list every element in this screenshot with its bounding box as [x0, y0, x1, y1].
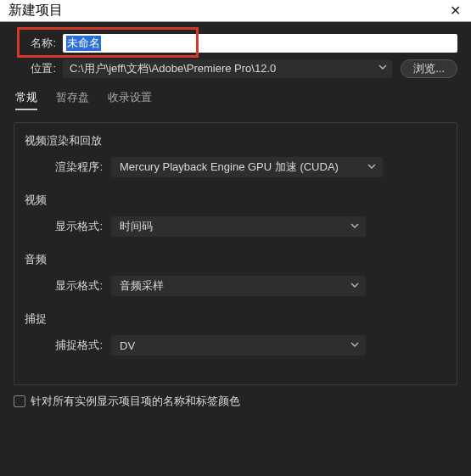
checkbox-label: 针对所有实例显示项目项的名称和标签颜色 [31, 394, 240, 409]
checkbox-box [14, 395, 25, 407]
audio-format-label: 显示格式: [25, 278, 111, 294]
name-row: 名称: 未命名 [14, 32, 457, 53]
chevron-down-icon [350, 281, 359, 289]
render-title: 视频渲染和回放 [25, 133, 446, 148]
tabs: 常规 暂存盘 收录设置 [14, 90, 457, 110]
audio-section: 音频 显示格式: 音频采样 [25, 252, 446, 296]
chevron-down-icon [350, 221, 359, 230]
capture-format-select[interactable]: DV [111, 335, 366, 356]
render-section: 视频渲染和回放 渲染程序: Mercury Playback Engine GP… [25, 133, 446, 177]
location-value: C:\用户\jeff\文档\Adobe\Premiere Pro\12.0 [70, 61, 276, 76]
renderer-select[interactable]: Mercury Playback Engine GPU 加速 (CUDA) [111, 157, 383, 177]
video-section: 视频 显示格式: 时间码 [25, 193, 446, 237]
capture-title: 捕捉 [25, 311, 446, 327]
close-icon[interactable]: ✕ [446, 3, 464, 19]
location-select[interactable]: C:\用户\jeff\文档\Adobe\Premiere Pro\12.0 [63, 59, 392, 78]
tab-scratch[interactable]: 暂存盘 [56, 90, 89, 110]
audio-format-select[interactable]: 音频采样 [111, 276, 366, 296]
general-panel: 视频渲染和回放 渲染程序: Mercury Playback Engine GP… [14, 122, 457, 385]
show-name-color-checkbox[interactable]: 针对所有实例显示项目项的名称和标签颜色 [14, 394, 457, 409]
video-format-select[interactable]: 时间码 [111, 216, 366, 237]
video-format-label: 显示格式: [25, 219, 111, 234]
capture-section: 捕捉 捕捉格式: DV [25, 311, 446, 356]
location-label: 位置: [14, 61, 63, 76]
video-format-value: 时间码 [120, 219, 153, 234]
browse-button[interactable]: 浏览... [401, 59, 457, 78]
dialog-title: 新建项目 [8, 2, 63, 20]
video-title: 视频 [25, 193, 446, 208]
tab-general[interactable]: 常规 [15, 90, 37, 110]
capture-format-label: 捕捉格式: [25, 338, 111, 353]
name-input-value: 未命名 [66, 36, 101, 51]
location-row: 位置: C:\用户\jeff\文档\Adobe\Premiere Pro\12.… [14, 59, 457, 78]
renderer-value: Mercury Playback Engine GPU 加速 (CUDA) [120, 160, 339, 175]
chevron-down-icon [367, 162, 376, 171]
name-input[interactable]: 未命名 [63, 34, 457, 53]
chevron-down-icon [350, 340, 359, 349]
audio-title: 音频 [25, 252, 446, 267]
chevron-down-icon [378, 63, 387, 71]
renderer-label: 渲染程序: [25, 160, 111, 175]
name-label: 名称: [14, 36, 63, 51]
titlebar: 新建项目 ✕ [0, 0, 471, 22]
capture-format-value: DV [120, 339, 135, 352]
tab-ingest[interactable]: 收录设置 [108, 90, 152, 110]
audio-format-value: 音频采样 [120, 278, 164, 294]
dialog-body: 名称: 未命名 位置: C:\用户\jeff\文档\Adobe\Premiere… [0, 22, 471, 416]
